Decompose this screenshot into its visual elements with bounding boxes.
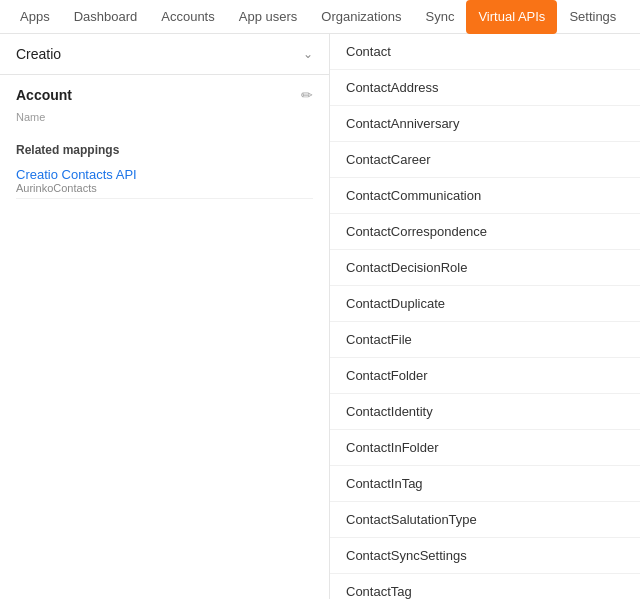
nav-item-accounts[interactable]: Accounts: [149, 0, 226, 34]
mappings-list: Creatio Contacts APIAurinkoContacts: [16, 163, 313, 199]
list-item[interactable]: ContactFolder: [330, 358, 640, 394]
nav-item-sync[interactable]: Sync: [414, 0, 467, 34]
left-panel: Creatio ⌄ Account ✏ Name Related mapping…: [0, 34, 330, 599]
list-item[interactable]: ContactDuplicate: [330, 286, 640, 322]
nav-item-virtual-apis[interactable]: Virtual APIs: [466, 0, 557, 34]
list-item[interactable]: ContactFile: [330, 322, 640, 358]
account-header: Account ✏: [16, 87, 313, 103]
list-item[interactable]: ContactSyncSettings: [330, 538, 640, 574]
right-panel: ContactContactAddressContactAnniversaryC…: [330, 34, 640, 599]
creatio-title: Creatio: [16, 46, 61, 62]
list-item[interactable]: ContactAnniversary: [330, 106, 640, 142]
nav-item-dashboard[interactable]: Dashboard: [62, 0, 150, 34]
top-nav: AppsDashboardAccountsApp usersOrganizati…: [0, 0, 640, 34]
list-item[interactable]: ContactInFolder: [330, 430, 640, 466]
edit-icon[interactable]: ✏: [301, 87, 313, 103]
list-item[interactable]: ContactCareer: [330, 142, 640, 178]
related-mappings-section: Related mappings Creatio Contacts APIAur…: [0, 135, 329, 207]
mapping-item[interactable]: Creatio Contacts APIAurinkoContacts: [16, 163, 313, 199]
list-item[interactable]: ContactIdentity: [330, 394, 640, 430]
list-item[interactable]: ContactCorrespondence: [330, 214, 640, 250]
list-item[interactable]: ContactAddress: [330, 70, 640, 106]
list-item[interactable]: ContactTag: [330, 574, 640, 599]
nav-item-settings[interactable]: Settings: [557, 0, 628, 34]
list-item[interactable]: ContactCommunication: [330, 178, 640, 214]
chevron-down-icon: ⌄: [303, 47, 313, 61]
main-layout: Creatio ⌄ Account ✏ Name Related mapping…: [0, 34, 640, 599]
mapping-name: Creatio Contacts API: [16, 167, 313, 182]
list-item[interactable]: Contact: [330, 34, 640, 70]
list-item[interactable]: ContactSalutationType: [330, 502, 640, 538]
related-mappings-title: Related mappings: [16, 143, 313, 157]
account-title: Account: [16, 87, 72, 103]
creatio-section[interactable]: Creatio ⌄: [0, 34, 329, 75]
nav-item-organizations[interactable]: Organizations: [309, 0, 413, 34]
name-label: Name: [16, 111, 313, 123]
contact-types-list: ContactContactAddressContactAnniversaryC…: [330, 34, 640, 599]
nav-item-app-users[interactable]: App users: [227, 0, 310, 34]
account-section: Account ✏ Name: [0, 75, 329, 135]
nav-item-apps[interactable]: Apps: [8, 0, 62, 34]
mapping-sub: AurinkoContacts: [16, 182, 313, 194]
list-item[interactable]: ContactDecisionRole: [330, 250, 640, 286]
list-item[interactable]: ContactInTag: [330, 466, 640, 502]
